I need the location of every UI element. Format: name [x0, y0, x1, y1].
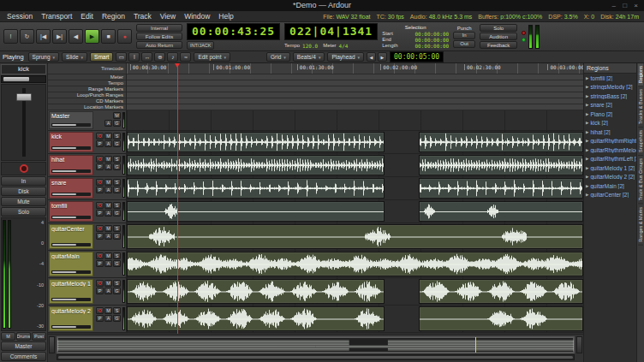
track-header-guitarmelody-1[interactable]: guitarMelody 1MSPAG — [48, 278, 127, 305]
track-header-tomfili[interactable]: tomfiliMSPAG — [48, 200, 127, 223]
audio-region[interactable] — [419, 155, 583, 175]
track-a-button[interactable]: A — [104, 140, 112, 147]
record-enable-button[interactable] — [96, 252, 104, 259]
record-enable-button[interactable] — [96, 179, 104, 186]
track-header-guitarcenter[interactable]: guitarCenterMSPAG — [48, 223, 127, 250]
track-p-button[interactable]: P — [96, 187, 104, 193]
punch-in[interactable]: In — [453, 32, 475, 39]
side-tab-snapshots[interactable]: Snapshots — [638, 128, 643, 156]
record-enable-button[interactable] — [1, 162, 46, 175]
expand-triangle-icon[interactable]: ▶ — [586, 184, 588, 188]
summary-scroll-left[interactable] — [49, 336, 55, 353]
track-s-button[interactable]: S — [113, 133, 121, 139]
track-a-button[interactable]: A — [104, 288, 112, 294]
track-g-button[interactable]: G — [113, 163, 121, 170]
track-a-button[interactable]: A — [104, 187, 112, 193]
menu-edit[interactable]: Edit — [76, 12, 98, 21]
expand-triangle-icon[interactable]: ▶ — [586, 175, 588, 179]
record-enable-button[interactable] — [96, 202, 104, 209]
track-header-snare[interactable]: snareMSPAG — [48, 177, 127, 199]
track-a-button[interactable]: A — [104, 315, 112, 322]
track-lane-guitarmelody-1[interactable] — [127, 278, 583, 305]
playhead[interactable] — [177, 63, 178, 334]
track-m-button[interactable]: M — [104, 280, 112, 287]
audition-button[interactable]: Audition — [480, 33, 517, 40]
track-s-button[interactable]: S — [113, 202, 121, 209]
region-list-item[interactable]: ▶tomfili [2] — [584, 74, 636, 83]
grid-type-select[interactable]: Beats/4 — [293, 52, 325, 62]
audio-region[interactable] — [127, 201, 385, 222]
zoom-focus-select[interactable]: Playhead — [327, 52, 364, 62]
record-enable-button[interactable] — [96, 280, 104, 287]
disk-button[interactable]: Disk — [1, 187, 46, 196]
tool-object[interactable]: ▭ — [116, 52, 127, 62]
ruler-label-tempo[interactable]: Tempo — [48, 80, 127, 86]
record-enable-button[interactable] — [96, 156, 104, 163]
track-m-button[interactable]: M — [104, 156, 112, 163]
region-list-item[interactable]: ▶stringsMelody [2] — [584, 83, 636, 92]
track-a-button[interactable]: A — [104, 163, 112, 170]
ruler-lane-range-markers[interactable] — [127, 86, 583, 92]
transport-stop[interactable]: ■ — [101, 29, 116, 44]
tool-stretch[interactable]: ↔ — [141, 52, 152, 62]
region-list-item[interactable]: ▶guitarCenter [2] — [584, 191, 636, 200]
mute-button[interactable]: Mute — [1, 197, 46, 206]
track-m-button[interactable]: M — [104, 225, 112, 232]
track-m-button[interactable]: M — [104, 133, 112, 139]
ruler-label-meter[interactable]: Meter — [48, 74, 127, 80]
expand-triangle-icon[interactable]: ▶ — [586, 76, 588, 80]
edit-point-select[interactable]: Edit point — [194, 52, 230, 62]
menu-transport[interactable]: Transport — [37, 12, 76, 21]
record-enable-button[interactable] — [96, 225, 104, 232]
expand-triangle-icon[interactable]: ▶ — [586, 193, 588, 197]
transport-midi-panic[interactable]: ! — [3, 29, 18, 44]
ruler-lane-location-markers[interactable] — [127, 104, 583, 110]
track-lane-guitarmain[interactable] — [127, 251, 583, 277]
track-s-button[interactable]: S — [113, 280, 121, 287]
region-list-item[interactable]: ▶guitarRhythmRight [2] — [584, 137, 636, 146]
ruler-label-location-markers[interactable]: Location Markers — [48, 104, 127, 110]
snap-mode-select[interactable]: Grid — [266, 52, 290, 62]
track-lane-kick[interactable] — [127, 131, 583, 153]
audio-region[interactable] — [127, 252, 583, 276]
audio-region[interactable] — [419, 201, 583, 222]
tool-draw[interactable]: ♪ — [167, 52, 178, 62]
solo-button[interactable]: Solo — [480, 24, 517, 32]
track-lane-guitarmelody-2[interactable] — [127, 306, 583, 332]
track-lane-master[interactable] — [127, 110, 583, 130]
track-m-button[interactable]: M — [113, 112, 121, 119]
nudge-forward-button[interactable]: ▶ — [378, 52, 387, 62]
track-lane-snare[interactable] — [127, 177, 583, 199]
track-g-button[interactable]: G — [113, 315, 121, 322]
track-gain-fader[interactable] — [51, 123, 91, 127]
track-header-guitarmain[interactable]: guitarMainMSPAG — [48, 251, 127, 277]
track-s-button[interactable]: S — [113, 156, 121, 163]
gain-slider[interactable] — [1, 75, 46, 83]
track-m-button[interactable]: M — [104, 202, 112, 209]
expand-triangle-icon[interactable]: ▶ — [586, 130, 588, 134]
track-p-button[interactable]: P — [96, 210, 104, 217]
nudge-backward-button[interactable]: ◀ — [367, 52, 376, 62]
track-p-button[interactable]: P — [96, 315, 104, 322]
expand-triangle-icon[interactable]: ▶ — [586, 112, 588, 116]
track-lane-tomfili[interactable] — [127, 200, 583, 223]
ruler-lane-meter[interactable] — [127, 74, 583, 80]
expand-triangle-icon[interactable]: ▶ — [586, 139, 588, 143]
track-p-button[interactable]: P — [96, 140, 104, 147]
drums-button[interactable]: Drums — [16, 332, 31, 341]
selection-row-clock[interactable]: 00:00:00:00 — [414, 37, 449, 43]
ruler-label-cd-markers[interactable]: CD Markers — [48, 98, 127, 104]
track-g-button[interactable]: G — [113, 210, 121, 217]
menu-session[interactable]: Session — [3, 12, 37, 21]
track-p-button[interactable]: P — [96, 233, 104, 240]
sync-button[interactable]: INT/JACK — [187, 41, 214, 50]
track-gain-fader[interactable] — [51, 169, 91, 173]
region-list-item[interactable]: ▶guitarRhythmMelody [2] — [584, 145, 636, 155]
audio-region[interactable] — [127, 279, 385, 304]
track-g-button[interactable]: G — [113, 260, 121, 267]
feedback-button[interactable]: Feedback — [480, 41, 517, 49]
expand-triangle-icon[interactable]: ▶ — [586, 94, 588, 98]
track-a-button[interactable]: A — [104, 260, 112, 267]
record-enable-button[interactable] — [96, 307, 104, 314]
track-m-button[interactable]: M — [104, 307, 112, 314]
